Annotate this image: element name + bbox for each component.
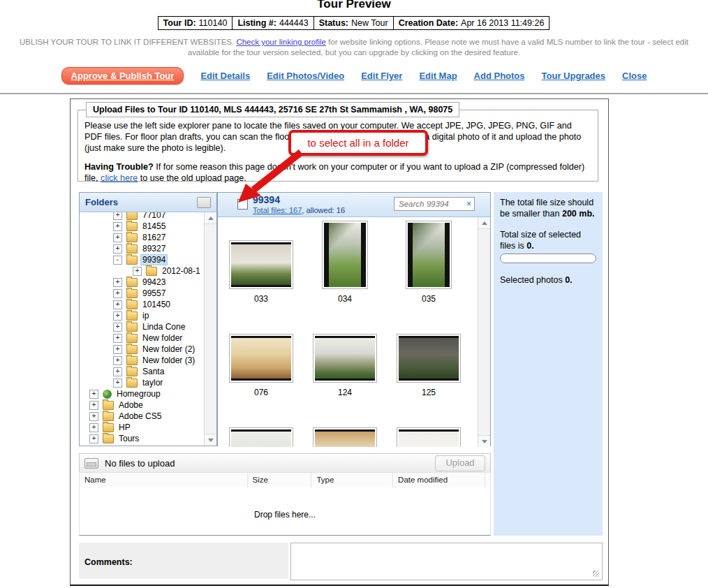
search-box: × bbox=[394, 197, 475, 211]
tree-item[interactable]: +99423 bbox=[80, 277, 216, 288]
comments-label: Comments: bbox=[79, 543, 288, 579]
collapse-folders-button[interactable] bbox=[197, 197, 211, 208]
column-header-name[interactable]: Name bbox=[80, 473, 248, 487]
nav-divider bbox=[0, 93, 708, 94]
expand-icon[interactable]: + bbox=[89, 434, 98, 443]
column-header-type[interactable]: Type bbox=[311, 473, 393, 487]
expand-icon[interactable]: + bbox=[113, 233, 122, 242]
clear-search-icon[interactable]: × bbox=[466, 200, 471, 208]
scroll-down-icon[interactable] bbox=[478, 435, 490, 447]
tree-item-label: taylor bbox=[140, 378, 165, 388]
tree-item[interactable]: +New folder bbox=[80, 332, 216, 344]
expand-icon[interactable]: + bbox=[113, 367, 122, 376]
tree-item[interactable]: +ip bbox=[80, 310, 216, 321]
column-header-size[interactable]: Size bbox=[248, 473, 312, 487]
photo-thumbnail[interactable] bbox=[229, 240, 293, 289]
column-header-date-modified[interactable]: Date modified bbox=[393, 473, 485, 487]
column-header-dimensions[interactable]: Dimensions bbox=[485, 473, 490, 487]
expand-icon[interactable]: + bbox=[113, 222, 122, 231]
nav-link-tour-upgrades[interactable]: Tour Upgrades bbox=[542, 71, 606, 81]
photo-thumbnail[interactable] bbox=[313, 334, 377, 383]
expand-icon[interactable]: + bbox=[113, 378, 122, 388]
nav-link-edit-details[interactable]: Edit Details bbox=[200, 71, 250, 81]
approve-publish-button[interactable]: Approve & Publish Tour bbox=[61, 67, 184, 84]
photo-image bbox=[231, 242, 291, 287]
publish-notice-line2: available for the tour version selected,… bbox=[0, 47, 708, 58]
photo-thumbnail[interactable] bbox=[313, 427, 377, 447]
tree-item[interactable]: +taylor bbox=[80, 377, 216, 388]
expand-icon[interactable]: + bbox=[89, 412, 98, 421]
tree-item[interactable]: +New folder (3) bbox=[80, 355, 216, 366]
scroll-up-icon[interactable] bbox=[205, 212, 216, 224]
photo-thumbnail[interactable] bbox=[229, 334, 293, 383]
photo-thumbnail[interactable] bbox=[406, 221, 452, 289]
photo-thumbnail[interactable] bbox=[397, 334, 461, 383]
tree-item[interactable]: +Linda Cone bbox=[80, 321, 216, 332]
photo-thumbnail[interactable] bbox=[397, 427, 461, 447]
old-upload-page-link[interactable]: click here bbox=[101, 173, 138, 183]
tree-item[interactable]: +Adobe CS5 bbox=[80, 411, 216, 422]
nav-link-edit-map[interactable]: Edit Map bbox=[419, 71, 457, 81]
photo-thumbnail[interactable] bbox=[322, 221, 368, 289]
expand-icon[interactable]: + bbox=[113, 212, 122, 220]
tree-item[interactable]: -99394 bbox=[80, 254, 216, 265]
scroll-down-icon[interactable] bbox=[205, 434, 216, 446]
expand-icon[interactable]: + bbox=[113, 278, 122, 287]
select-all-checkbox[interactable] bbox=[237, 199, 248, 210]
tree-item[interactable]: +Homegroup bbox=[80, 388, 216, 399]
folder-tree-scrollbar[interactable] bbox=[204, 212, 216, 446]
expand-icon[interactable]: + bbox=[113, 244, 122, 253]
upload-button[interactable]: Upload bbox=[435, 455, 485, 471]
expand-icon[interactable]: + bbox=[89, 423, 98, 432]
tree-item-label: 2012-08-1 bbox=[160, 266, 202, 276]
linking-profile-link[interactable]: Check your linking profile bbox=[236, 38, 325, 46]
tree-item-label: Adobe CS5 bbox=[117, 411, 163, 421]
tree-item-label: 99557 bbox=[140, 288, 168, 298]
tree-item[interactable]: +77107 bbox=[80, 212, 216, 221]
expand-icon[interactable]: + bbox=[113, 300, 122, 309]
total-files-link[interactable]: Total files: 167 bbox=[253, 206, 302, 214]
tree-item[interactable]: +New folder (2) bbox=[80, 344, 216, 355]
expand-icon[interactable]: + bbox=[113, 356, 122, 365]
publish-notice: UBLISH YOUR TOUR TO LINK IT DIFFERENT WE… bbox=[0, 37, 708, 58]
nav-link-edit-flyer[interactable]: Edit Flyer bbox=[361, 71, 402, 81]
expand-icon[interactable]: + bbox=[113, 311, 122, 321]
nav-link-close[interactable]: Close bbox=[622, 71, 647, 81]
tree-item[interactable]: +Tours bbox=[80, 433, 216, 444]
photo-cell: 125 bbox=[387, 314, 471, 397]
photo-grid-scrollbar[interactable] bbox=[478, 217, 490, 447]
expand-icon[interactable]: + bbox=[89, 390, 98, 399]
photo-cell bbox=[387, 407, 471, 447]
comments-textarea[interactable] bbox=[290, 543, 603, 580]
photo-thumbnail[interactable] bbox=[229, 427, 293, 447]
photo-cell: 033 bbox=[219, 220, 303, 304]
tree-item-label: 77107 bbox=[140, 212, 168, 220]
nav-link-add-photos[interactable]: Add Photos bbox=[474, 71, 525, 81]
expand-icon[interactable]: + bbox=[113, 345, 122, 354]
expand-icon[interactable]: + bbox=[113, 334, 122, 343]
tree-item-label: 81455 bbox=[140, 221, 168, 231]
collapse-icon[interactable]: - bbox=[113, 256, 122, 265]
search-input[interactable] bbox=[397, 199, 466, 209]
tree-item[interactable]: +99557 bbox=[80, 288, 216, 299]
tree-item[interactable]: +2012-08-1 bbox=[80, 265, 216, 277]
tree-item[interactable]: +81455 bbox=[80, 221, 216, 232]
expand-icon[interactable]: + bbox=[89, 401, 98, 410]
tree-item[interactable]: +Santa bbox=[80, 366, 216, 377]
info-cell-label: Status: bbox=[319, 18, 348, 28]
nav-link-edit-photos-video[interactable]: Edit Photos/Video bbox=[267, 71, 344, 81]
tree-item[interactable]: +89327 bbox=[80, 243, 216, 254]
photo-label: 035 bbox=[422, 294, 436, 304]
expand-icon[interactable]: + bbox=[113, 289, 122, 298]
photo-image bbox=[315, 429, 375, 447]
photo-cell: 124 bbox=[303, 314, 387, 397]
tree-item[interactable]: +HP bbox=[80, 422, 216, 433]
drop-files-area[interactable]: Drop files here... bbox=[79, 487, 491, 536]
select-all-callout: to select all in a folder bbox=[288, 130, 428, 156]
expand-icon[interactable]: + bbox=[113, 323, 122, 332]
tree-item[interactable]: +81627 bbox=[80, 232, 216, 243]
expand-icon[interactable]: + bbox=[133, 267, 142, 276]
tree-item[interactable]: +Adobe bbox=[80, 399, 216, 411]
tree-item[interactable]: +101450 bbox=[80, 299, 216, 310]
scroll-up-icon[interactable] bbox=[478, 217, 490, 229]
